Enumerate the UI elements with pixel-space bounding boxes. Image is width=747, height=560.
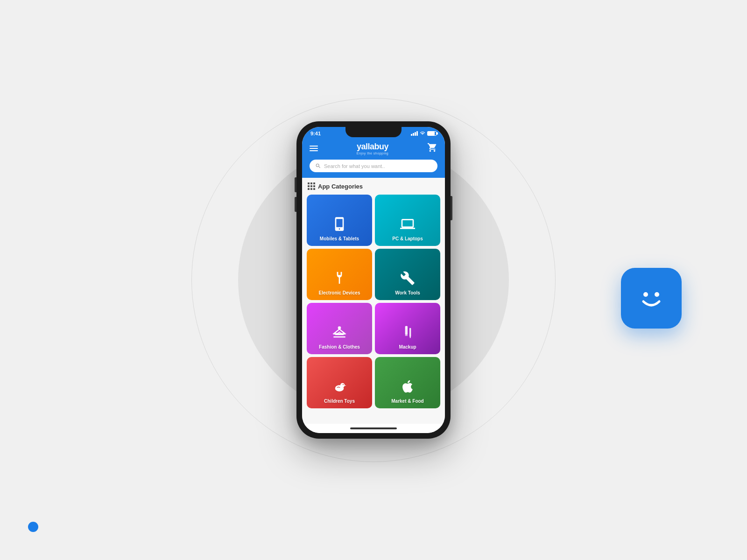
grid-icon — [308, 182, 315, 190]
categories-title: App Categories — [318, 183, 363, 190]
app-logo-subtitle: Enjoy the shopping — [357, 152, 389, 155]
app-logo: yallabuy Enjoy the shopping — [357, 142, 389, 155]
hamburger-line-1 — [310, 146, 318, 147]
signal-bars — [411, 131, 418, 136]
cart-icon — [427, 142, 437, 153]
signal-bar-2 — [413, 133, 414, 136]
electronic-icon-wrap — [332, 271, 347, 287]
hamburger-line-2 — [310, 148, 318, 149]
phone-frame: 9:41 — [296, 121, 451, 439]
svg-rect-2 — [337, 272, 338, 273]
pc-label: PC & Laptops — [392, 236, 423, 241]
wrench-icon — [400, 271, 415, 286]
volume-up-button — [295, 177, 296, 192]
category-fashion[interactable]: Fashion & Clothes — [307, 303, 372, 354]
categories-section: App Categories Mobiles & Tablets — [302, 178, 445, 424]
volume-down-button — [295, 197, 296, 212]
category-mackup[interactable]: Mackup — [375, 303, 440, 354]
category-children[interactable]: Children Toys — [307, 357, 372, 408]
category-electronic[interactable]: Electronic Devices — [307, 249, 372, 300]
app-icon-badge — [621, 268, 682, 329]
search-placeholder[interactable]: Search for what you want.. — [324, 163, 432, 169]
phone-side-left — [295, 177, 296, 217]
market-label: Market & Food — [391, 399, 423, 404]
svg-rect-9 — [405, 335, 408, 336]
laptop-icon — [400, 217, 415, 231]
app-header: yallabuy Enjoy the shopping Search for w… — [302, 138, 445, 178]
signal-bar-3 — [415, 132, 416, 136]
electronic-label: Electronic Devices — [319, 290, 360, 295]
signal-bar-1 — [411, 134, 412, 136]
children-icon-wrap — [332, 379, 347, 396]
blue-dot-decoration — [28, 522, 38, 532]
power-button — [451, 196, 452, 220]
category-pc[interactable]: PC & Laptops — [375, 195, 440, 246]
children-label: Children Toys — [324, 399, 355, 404]
worktools-label: Work Tools — [395, 290, 420, 295]
category-mobiles[interactable]: Mobiles & Tablets — [307, 195, 372, 246]
home-bar — [350, 427, 397, 429]
header-top: yallabuy Enjoy the shopping — [310, 142, 437, 155]
mobiles-label: Mobiles & Tablets — [320, 236, 359, 241]
svg-point-0 — [643, 292, 648, 297]
phone-side-right — [451, 196, 452, 220]
pc-icon-wrap — [400, 217, 415, 233]
search-icon — [315, 163, 321, 169]
signal-bar-4 — [416, 131, 418, 136]
market-icon-wrap — [400, 379, 415, 396]
worktools-icon-wrap — [400, 271, 415, 287]
makeup-icon — [400, 325, 415, 340]
categories-grid: Mobiles & Tablets PC & Laptops — [307, 195, 440, 408]
svg-rect-7 — [406, 326, 407, 329]
svg-point-1 — [655, 292, 659, 297]
search-bar[interactable]: Search for what you want.. — [310, 160, 437, 172]
mobile-icon — [332, 217, 347, 231]
categories-header: App Categories — [307, 182, 440, 190]
svg-rect-8 — [409, 328, 411, 337]
svg-point-12 — [343, 384, 344, 385]
status-icons — [411, 131, 437, 136]
battery-fill — [428, 132, 435, 135]
category-market[interactable]: Market & Food — [375, 357, 440, 408]
plug-icon — [332, 271, 347, 286]
smiley-icon — [635, 282, 668, 315]
mobiles-icon-wrap — [332, 217, 347, 233]
status-bar: 9:41 — [302, 127, 445, 138]
wifi-icon — [420, 131, 425, 136]
svg-rect-3 — [341, 272, 342, 273]
mackup-label: Mackup — [399, 344, 416, 350]
hamburger-line-3 — [310, 150, 318, 151]
notch — [345, 127, 402, 137]
mackup-icon-wrap — [400, 325, 415, 342]
duck-icon — [332, 379, 347, 394]
home-indicator — [302, 424, 445, 433]
battery-icon — [427, 131, 437, 136]
app-logo-text: yallabuy — [357, 142, 388, 152]
status-time: 9:41 — [310, 131, 321, 136]
apple-food-icon — [400, 379, 415, 394]
phone-screen: 9:41 — [302, 127, 445, 433]
fashion-icon-wrap — [332, 325, 347, 342]
fashion-label: Fashion & Clothes — [319, 344, 360, 350]
cart-button[interactable] — [427, 142, 437, 154]
category-worktools[interactable]: Work Tools — [375, 249, 440, 300]
svg-point-11 — [340, 383, 345, 387]
hanger-icon — [332, 325, 347, 340]
hamburger-menu-button[interactable] — [310, 146, 318, 151]
